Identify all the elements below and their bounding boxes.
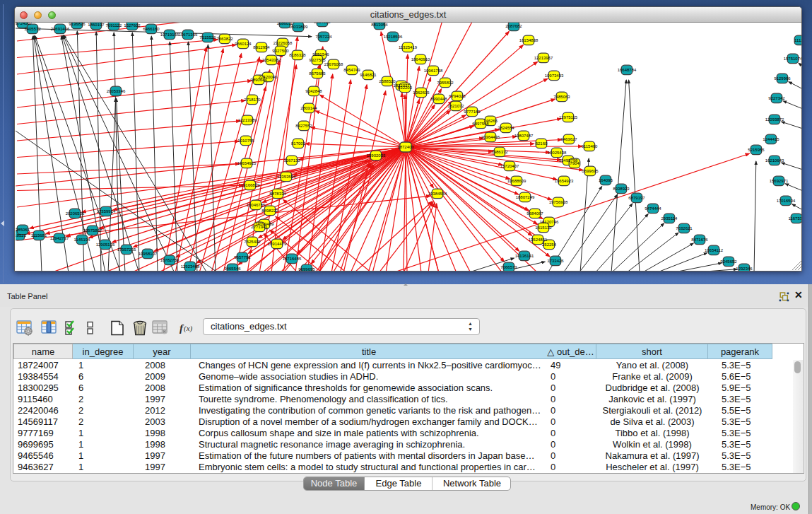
svg-text:23226058: 23226058	[273, 41, 293, 45]
svg-text:7485063: 7485063	[553, 95, 570, 99]
svg-text:15720407: 15720407	[500, 164, 519, 168]
svg-text:746266: 746266	[483, 119, 498, 123]
svg-text:17957255: 17957255	[117, 247, 136, 252]
svg-text:11325419: 11325419	[399, 45, 418, 49]
svg-text:18807249: 18807249	[516, 195, 535, 199]
svg-text:16120746: 16120746	[540, 220, 559, 224]
svg-text:13524851: 13524851	[529, 238, 548, 242]
svg-text:19654923: 19654923	[555, 179, 574, 183]
svg-text:1615132: 1615132	[535, 226, 552, 230]
svg-text:10671355: 10671355	[179, 33, 198, 37]
svg-text:0699695: 0699695	[582, 169, 599, 173]
svg-text:5215955: 5215955	[748, 148, 765, 152]
svg-text:9227342: 9227342	[768, 96, 785, 100]
svg-text:15692971: 15692971	[770, 179, 789, 183]
svg-text:19384554: 19384554	[428, 192, 447, 196]
svg-text:9684067: 9684067	[526, 211, 543, 216]
svg-text:14136141: 14136141	[515, 254, 534, 258]
svg-text:7515526: 7515526	[199, 35, 216, 40]
svg-text:1167533: 1167533	[789, 216, 801, 221]
svg-text:17359914: 17359914	[97, 209, 116, 214]
svg-text:9245652: 9245652	[720, 259, 737, 264]
svg-text:10543382: 10543382	[262, 58, 281, 62]
svg-text:1527602: 1527602	[124, 23, 141, 28]
svg-text:3824554: 3824554	[498, 126, 514, 130]
svg-text:8675685: 8675685	[309, 71, 326, 76]
svg-text:9129966: 9129966	[774, 76, 791, 81]
svg-text:8912954: 8912954	[253, 45, 270, 49]
svg-text:18724007: 18724007	[16, 23, 33, 25]
svg-text:1010755: 1010755	[237, 139, 254, 143]
svg-text:19654925: 19654925	[237, 161, 257, 165]
svg-text:1405572: 1405572	[24, 27, 41, 31]
svg-text:12975115: 12975115	[559, 115, 578, 119]
svg-text:9465546: 9465546	[224, 267, 241, 271]
svg-text:10961758: 10961758	[424, 69, 443, 73]
svg-text:2803144: 2803144	[300, 106, 317, 110]
svg-text:918523: 918523	[16, 233, 27, 238]
svg-text:7986372: 7986372	[491, 150, 508, 154]
svg-text:7663822: 7663822	[216, 37, 233, 41]
svg-text:12942737: 12942737	[50, 236, 69, 240]
svg-text:20206536: 20206536	[66, 211, 85, 216]
svg-text:16033809: 16033809	[289, 25, 308, 29]
svg-text:16782759: 16782759	[160, 258, 180, 262]
svg-text:12923468: 12923468	[181, 264, 200, 269]
svg-text:9660124: 9660124	[235, 42, 252, 46]
svg-text:20364436: 20364436	[481, 135, 500, 139]
svg-text:8427552: 8427552	[295, 124, 312, 128]
svg-text:1244415: 1244415	[763, 137, 779, 141]
svg-text:1115681: 1115681	[31, 233, 47, 238]
svg-text:7904: 7904	[570, 161, 579, 165]
svg-text:1872400: 1872400	[397, 145, 414, 149]
svg-text:8878334: 8878334	[269, 192, 286, 196]
svg-text:8498222: 8498222	[261, 209, 278, 213]
svg-text:16914479: 16914479	[268, 242, 287, 246]
svg-text:10654112: 10654112	[705, 248, 724, 252]
svg-text:9657791: 9657791	[234, 255, 251, 259]
svg-text:10807487: 10807487	[514, 134, 534, 138]
svg-text:9251546: 9251546	[312, 52, 329, 57]
svg-text:7066573: 7066573	[500, 265, 517, 269]
svg-text:817001: 817001	[291, 141, 306, 146]
svg-text:19166829: 19166829	[241, 183, 260, 187]
svg-text:6879197: 6879197	[628, 196, 645, 200]
svg-text:164095: 164095	[599, 178, 613, 182]
svg-text:10025438: 10025438	[548, 151, 567, 155]
svg-text:16210643: 16210643	[765, 158, 784, 163]
svg-text:6794028: 6794028	[449, 94, 466, 98]
svg-text:16648784: 16648784	[618, 68, 637, 72]
svg-text:832203: 832203	[398, 86, 413, 90]
svg-text:1733426: 1733426	[547, 259, 564, 263]
svg-text:6466160: 6466160	[143, 27, 160, 31]
svg-text:(x): (x)	[184, 324, 193, 333]
svg-text:62160: 62160	[536, 141, 548, 146]
svg-text:12213967: 12213967	[534, 56, 553, 60]
svg-text:11121: 11121	[794, 38, 801, 42]
svg-text:7955812: 7955812	[437, 81, 454, 85]
svg-text:2935114: 2935114	[661, 216, 678, 221]
svg-text:19756928: 19756928	[549, 200, 568, 204]
svg-text:9136826: 9136826	[69, 23, 86, 26]
svg-text:9474444: 9474444	[645, 206, 661, 211]
svg-text:1621072: 1621072	[447, 104, 464, 108]
svg-text:8990448: 8990448	[430, 97, 447, 101]
svg-text:7625402: 7625402	[244, 240, 261, 244]
svg-text:17016504: 17016504	[777, 199, 796, 203]
svg-text:10046785: 10046785	[247, 203, 266, 207]
svg-text:8813054: 8813054	[371, 23, 388, 27]
svg-text:10973493: 10973493	[545, 74, 564, 78]
svg-text:18640910: 18640910	[411, 57, 430, 62]
svg-text:8471676: 8471676	[691, 238, 708, 242]
svg-text:1292346: 1292346	[736, 267, 753, 271]
svg-text:10719155: 10719155	[160, 33, 180, 37]
svg-text:385061: 385061	[16, 228, 30, 232]
svg-text:252254: 252254	[542, 243, 557, 247]
svg-text:12093872: 12093872	[765, 117, 784, 122]
svg-text:8938923: 8938923	[613, 187, 630, 191]
svg-text:19218506: 19218506	[384, 35, 403, 39]
svg-text:12353594: 12353594	[277, 175, 296, 179]
svg-text:1860197: 1860197	[88, 23, 105, 27]
svg-text:2771941: 2771941	[251, 225, 268, 229]
svg-text:10688609: 10688609	[507, 179, 526, 183]
